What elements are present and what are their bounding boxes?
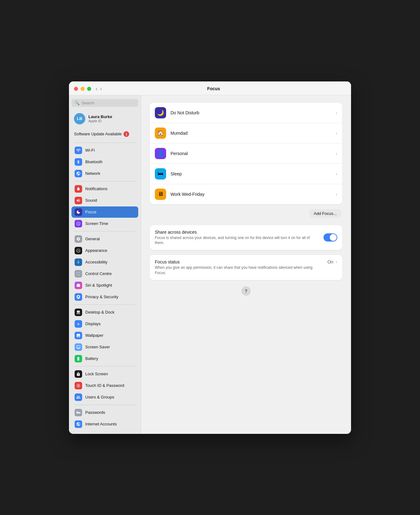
user-name: Laura Burke <box>88 114 112 119</box>
titlebar: ‹ › Focus <box>69 81 351 95</box>
sidebar-item-battery[interactable]: Battery <box>71 353 138 364</box>
window-title: Focus <box>106 86 321 91</box>
focus-item-mumdad[interactable]: 🏠 Mumdad › <box>150 123 342 143</box>
sidebar-item-bluetooth[interactable]: Bluetooth <box>71 156 138 168</box>
software-update-item[interactable]: Software Update Available 1 <box>71 129 138 139</box>
screentime-icon <box>75 220 82 227</box>
internet-icon <box>75 420 82 428</box>
focus-item-label: Sleep <box>171 171 331 176</box>
sidebar-item-label: Users & Groups <box>85 395 114 399</box>
sidebar-item-controlcentre[interactable]: Control Centre <box>71 268 138 279</box>
sidebar-item-wallpaper[interactable]: Wallpaper <box>71 330 138 341</box>
sidebar-item-label: Wallpaper <box>85 333 103 338</box>
back-button[interactable]: ‹ <box>95 86 98 91</box>
divider-3 <box>74 231 136 231</box>
status-badge: On <box>328 259 333 264</box>
search-input[interactable] <box>81 101 135 105</box>
search-bar[interactable]: 🔍 <box>71 99 138 107</box>
wallpaper-icon <box>75 332 82 339</box>
focus-status-section: Focus status When you give an app permis… <box>150 255 342 280</box>
sidebar-item-wifi[interactable]: Wi-Fi <box>71 145 138 156</box>
sidebar-item-displays[interactable]: Displays <box>71 318 138 330</box>
sidebar-item-label: Passwords <box>85 410 105 415</box>
sidebar-item-general[interactable]: General <box>71 233 138 245</box>
focus-status-row[interactable]: Focus status When you give an app permis… <box>150 255 342 280</box>
sidebar-item-sound[interactable]: Sound <box>71 195 138 206</box>
sidebar-item-label: Displays <box>85 321 101 326</box>
share-toggle[interactable] <box>323 233 337 242</box>
sidebar-item-appearance[interactable]: Appearance <box>71 245 138 256</box>
avatar: LB <box>74 113 85 124</box>
sidebar-item-touchid[interactable]: Touch ID & Password <box>71 380 138 391</box>
general-icon <box>75 235 82 243</box>
personal-icon: 👤 <box>155 148 166 159</box>
focus-item-sleep[interactable]: 🛏 Sleep › <box>150 164 342 184</box>
sidebar-item-label: Siri & Spotlight <box>85 283 112 288</box>
focus-item-work[interactable]: 🖥 Work Wed-Friday › <box>150 184 342 204</box>
chevron-right-icon: › <box>336 151 337 156</box>
sidebar-item-label: Screen Time <box>85 221 108 226</box>
help-button[interactable]: ? <box>241 286 251 296</box>
wifi-icon <box>75 147 82 154</box>
sidebar-item-screensaver[interactable]: Screen Saver <box>71 341 138 353</box>
focus-item-personal[interactable]: 👤 Personal › <box>150 143 342 164</box>
sleep-icon: 🛏 <box>155 168 166 179</box>
close-button[interactable] <box>74 87 78 91</box>
help-row: ? <box>150 286 342 296</box>
add-focus-button[interactable]: Add Focus... <box>309 209 341 218</box>
forward-button[interactable]: › <box>99 86 102 91</box>
status-right: On › <box>328 259 337 264</box>
privacy-icon <box>75 293 82 301</box>
accessibility-icon <box>75 258 82 266</box>
sidebar-item-label: Screen Saver <box>85 345 110 349</box>
sidebar-item-network[interactable]: Network <box>71 168 138 179</box>
appearance-icon <box>75 247 82 254</box>
sound-icon <box>75 197 82 204</box>
chevron-right-icon: › <box>336 259 337 264</box>
focus-item-dnd[interactable]: 🌙 Do Not Disturb › <box>150 103 342 123</box>
svg-point-0 <box>78 260 79 261</box>
sidebar-item-focus[interactable]: Focus <box>71 206 138 218</box>
sidebar-item-label: Lock Screen <box>85 372 108 376</box>
sidebar-item-screentime[interactable]: Screen Time <box>71 218 138 229</box>
toggle-knob <box>330 234 337 241</box>
sidebar-item-label: Wi-Fi <box>85 148 95 153</box>
sidebar-item-desktop[interactable]: Desktop & Dock <box>71 307 138 318</box>
focus-status-description: When you give an app permission, it can … <box>155 265 323 276</box>
traffic-lights <box>74 87 91 91</box>
sidebar-item-label: Sound <box>85 198 97 203</box>
sidebar: 🔍 LB Laura Burke Apple ID Software Updat… <box>69 95 141 434</box>
user-subtitle: Apple ID <box>88 119 112 123</box>
settings-window: ‹ › Focus 🔍 LB Laura Burke Apple ID So <box>69 81 351 434</box>
sidebar-item-privacy[interactable]: Privacy & Security <box>71 291 138 303</box>
focus-item-label: Mumdad <box>171 131 331 136</box>
sidebar-item-label: Accessibility <box>85 260 108 264</box>
sidebar-item-label: Internet Accounts <box>85 422 117 426</box>
chevron-right-icon: › <box>336 171 337 176</box>
sidebar-item-label: General <box>85 237 100 241</box>
focus-list: 🌙 Do Not Disturb › 🏠 Mumdad › 👤 Personal… <box>150 103 342 204</box>
sidebar-item-siri[interactable]: Siri & Spotlight <box>71 280 138 291</box>
sidebar-item-label: Notifications <box>85 186 108 191</box>
network-icon <box>75 170 82 177</box>
sidebar-item-label: Privacy & Security <box>85 294 118 299</box>
maximize-button[interactable] <box>87 87 91 91</box>
sidebar-item-notifications[interactable]: Notifications <box>71 183 138 195</box>
focus-status-title: Focus status <box>155 259 323 264</box>
desktop-icon <box>75 309 82 316</box>
sidebar-item-users[interactable]: Users & Groups <box>71 392 138 403</box>
sidebar-item-label: Control Centre <box>85 271 112 276</box>
focus-icon <box>75 208 82 216</box>
divider-4 <box>74 304 136 305</box>
sidebar-item-lockscreen[interactable]: Lock Screen <box>71 368 138 380</box>
user-info: Laura Burke Apple ID <box>88 114 112 123</box>
sidebar-item-accessibility[interactable]: Accessibility <box>71 257 138 268</box>
sidebar-item-label: Touch ID & Password <box>85 383 124 388</box>
sidebar-item-internet[interactable]: Internet Accounts <box>71 419 138 430</box>
add-focus-row: Add Focus... <box>150 209 342 218</box>
minimize-button[interactable] <box>81 87 85 91</box>
sidebar-item-passwords[interactable]: Passwords <box>71 407 138 418</box>
user-profile[interactable]: LB Laura Burke Apple ID <box>71 111 138 126</box>
sidebar-item-label: Network <box>85 171 100 176</box>
share-description: Focus is shared across your devices, and… <box>155 235 319 246</box>
